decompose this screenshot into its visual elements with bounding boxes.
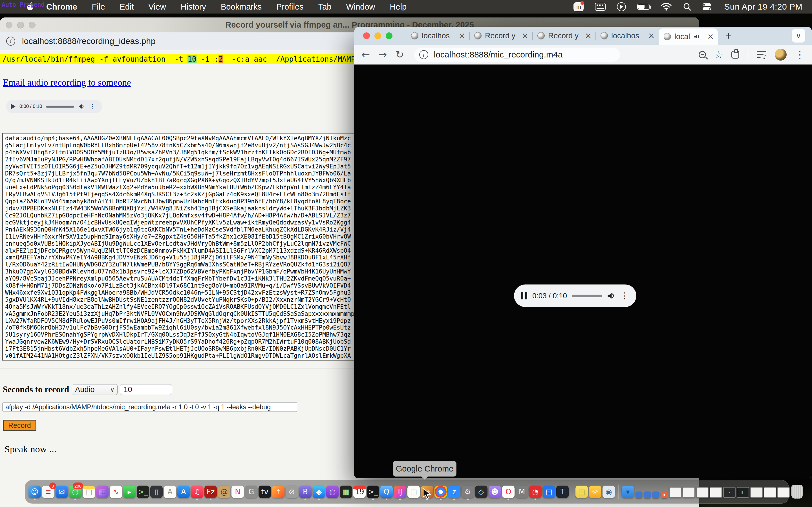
dock-mini-window-3[interactable] [652,484,659,500]
dock-icon-calendar[interactable]: 19 [353,484,366,500]
dock-icon-contacts[interactable]: @ [218,484,231,500]
dock-icon-intellij[interactable]: IJ [394,484,406,500]
dock-icon-textedit[interactable]: A [164,484,176,500]
site-info-icon[interactable]: i [6,37,15,46]
address-bar[interactable]: i localhost:8888/mic_recording.m4a [414,48,620,62]
dock-thumb-window-5[interactable] [750,484,763,500]
profile-avatar[interactable] [775,49,786,61]
wifi-icon[interactable] [661,3,672,11]
pause-icon[interactable] [521,292,527,299]
dock-icon-downloads-folder[interactable]: ▾ [622,484,634,500]
volume-icon[interactable] [78,103,85,110]
dock-trash[interactable] [791,484,803,500]
tab-close-icon[interactable]: × [707,33,714,41]
zoom-out-search-icon[interactable] [699,51,706,58]
battery-icon[interactable] [637,4,650,10]
dock-icon-photos[interactable]: ◉ [603,484,615,500]
audio-progress-track[interactable] [572,295,602,297]
dock-thumb-window-6[interactable] [764,484,776,500]
dock-icon-terminal-1[interactable]: >_ [137,484,149,500]
audio-player-right[interactable]: 0:03 / 0:10 ⋮ [514,284,637,307]
dock-icon-notes[interactable]: ▤ [83,484,95,500]
dock-icon-mail[interactable]: ✉ [56,484,68,500]
dock-icon-mammoth[interactable]: M [516,484,528,500]
dock-thumb-terminal-2[interactable]: ▍ [737,484,749,500]
dock-thumb-window-1[interactable] [669,484,681,500]
dock-icon-app-store[interactable]: A [177,484,190,500]
dock-icon-news[interactable]: N [232,484,244,500]
back-icon[interactable]: ← [361,50,370,60]
keyboard-status-icon[interactable] [595,3,606,11]
browser-tab[interactable]: Record y × [532,27,596,45]
menubar-item[interactable]: Tab [318,2,332,11]
browser-tab[interactable]: localhos × [596,27,659,45]
play-icon[interactable] [11,104,15,109]
dock-separator-1[interactable] [570,484,574,500]
menubar-app-name[interactable]: Chrome [46,2,77,11]
dock-icon-podcasts[interactable]: ◍ [326,484,339,500]
menubar-item[interactable]: View [148,2,166,11]
dock-icon-terminal-2[interactable]: >_ [367,484,379,500]
audio-progress-track[interactable] [46,106,74,108]
dock-icon-inkscape[interactable]: ◇ [475,484,488,500]
menubar-item[interactable]: Edit [119,2,134,11]
dock-icon-safari[interactable]: ◈ [313,484,325,500]
dock-icon-music[interactable]: ♫ [191,484,203,500]
url-text[interactable]: localhost:8888/mic_recording.m4a [434,50,563,59]
menubar-item[interactable]: Profiles [276,2,304,11]
menubar-item[interactable]: Window [346,2,375,11]
dock-icon-launchpad[interactable]: ▦ [96,484,109,500]
dock-icon-opera[interactable]: O [502,484,515,500]
menubar-item[interactable]: File [92,2,105,11]
dock-icon-bluefile[interactable]: ▤ [543,484,555,500]
dock-icon-facetime[interactable]: ▸ [123,484,136,500]
extensions-icon[interactable] [731,51,739,59]
dock-icon-speedtest[interactable]: ◔ [529,484,542,500]
audio-menu-icon[interactable]: ⋮ [620,291,629,300]
new-tab-button[interactable]: + [725,30,732,42]
tab-audio-icon[interactable] [694,34,700,40]
left-url-text[interactable]: localhost:8888/recording_ideas.php [22,36,156,46]
dock-thumb-terminal-1[interactable]: >_ [723,484,735,500]
record-type-select[interactable]: Audio ∨ [72,384,117,395]
tab-close-icon[interactable]: × [585,32,592,40]
spotlight-search-icon[interactable] [683,3,691,11]
close-window-button[interactable] [363,33,370,39]
audio-menu-icon[interactable]: ⋮ [89,103,96,110]
dock-icon-stickies[interactable]: ▤ [575,484,588,500]
bookmark-star-icon[interactable]: ☆ [714,50,723,59]
control-center-icon[interactable] [703,3,713,10]
dock-thumb-window-2[interactable] [682,484,695,500]
dock-mini-window-2[interactable] [644,484,651,500]
seconds-input[interactable] [120,384,172,395]
dock-icon-quicktime[interactable]: Q [380,484,393,500]
menubar-clock[interactable]: Sun Apr 19 4:20 PM [724,2,802,11]
dock-icon-gimp[interactable]: G [245,484,257,500]
dock-thumb-window-3[interactable] [696,484,709,500]
mamp-status-icon[interactable]: m [573,2,583,11]
dock-icon-screen-sharing[interactable]: ⊘ [286,484,298,500]
record-button[interactable]: Record [3,420,36,431]
dock-icon-zoom[interactable]: z [448,484,460,500]
dock-icon-messages[interactable]: 208 ○ [69,484,82,500]
dock-icon-finder[interactable]: ☺ [29,484,41,500]
dock-icon-hammer-tool[interactable]: T [556,484,569,500]
dock-icon-chrome[interactable] [435,484,447,500]
forward-icon[interactable]: → [378,50,387,60]
dock-icon-lightbulb[interactable]: ☼ [589,484,601,500]
dock-icon-iphone-mirroring[interactable]: ▯ [150,484,163,500]
media-play-status-icon[interactable] [617,2,626,11]
tab-close-icon[interactable]: × [648,32,655,40]
site-info-icon[interactable]: i [419,50,428,59]
dock-icon-settings[interactable]: ⚙ [462,484,474,500]
menubar-item[interactable]: Bookmarks [221,2,262,11]
browser-tab[interactable]: Record y × [469,27,532,45]
dock-thumb-window-7[interactable] [777,484,790,500]
volume-icon[interactable] [607,292,615,300]
media-controls-icon[interactable] [757,51,766,58]
menubar-item[interactable]: Help [390,2,407,11]
dock-icon-pages[interactable]: ▢ [407,484,420,500]
browser-tab[interactable]: localhos × [406,27,469,45]
active-tab[interactable]: local × [659,29,718,45]
tab-close-icon[interactable]: × [522,32,528,40]
